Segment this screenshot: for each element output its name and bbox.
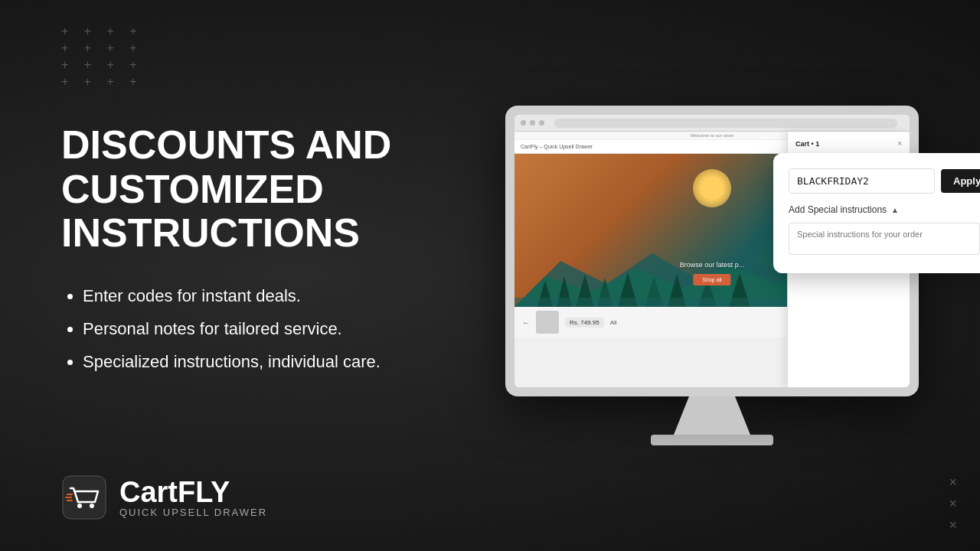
- bullet-item-1: Enter codes for instant deals.: [83, 282, 398, 309]
- apply-button[interactable]: Apply: [941, 169, 980, 193]
- brand-tagline: QUICK UPSELL DRAWER: [119, 507, 267, 518]
- browser-dot-yellow: [530, 120, 535, 126]
- logo-text: CartFLY QUICK UPSELL DRAWER: [119, 478, 267, 518]
- browser-url-bar: [554, 119, 897, 128]
- cart-title: Cart • 1: [795, 140, 819, 148]
- shop-all-button[interactable]: Shop all: [693, 274, 730, 285]
- cart-header: Cart • 1 ×: [795, 139, 902, 148]
- browser-dot-green: [539, 120, 544, 126]
- product-thumbnail: [536, 311, 559, 334]
- cart-close-button[interactable]: ×: [897, 139, 902, 148]
- hero-sun: [693, 169, 731, 207]
- svg-point-1: [77, 504, 82, 508]
- monitor-stand: [674, 396, 750, 435]
- chevron-up-icon: ▲: [891, 206, 899, 214]
- bullet-item-3: Specialized instructions, individual car…: [83, 348, 398, 375]
- svg-point-2: [90, 504, 94, 508]
- logo-area: CartFLY QUICK UPSELL DRAWER: [61, 474, 267, 520]
- all-label: All: [610, 319, 617, 326]
- coupon-code-input[interactable]: [789, 168, 935, 194]
- browser-dot-red: [521, 120, 526, 126]
- monitor-base: [651, 435, 773, 445]
- bullet-item-2: Personal notes for tailored service.: [83, 315, 398, 342]
- page-title: DISCOUNTS AND CUSTOMIZED INSTRUCTIONS: [61, 123, 398, 255]
- left-panel: DISCOUNTS AND CUSTOMIZED INSTRUCTIONS En…: [0, 0, 444, 551]
- coupon-card: Apply Add Special instructions ▲: [773, 153, 980, 273]
- browser-bar: [514, 115, 910, 132]
- product-price: Rs. 749.95: [565, 318, 604, 328]
- cart-icon: [61, 474, 107, 520]
- nav-brand: CartFly – Quick Upsell Drawer: [521, 144, 593, 149]
- right-panel: Welcome to our store CartFly – Quick Ups…: [444, 0, 980, 551]
- feature-list: Enter codes for instant deals. Personal …: [61, 282, 398, 382]
- add-instructions-toggle[interactable]: Add Special instructions ▲: [789, 204, 980, 215]
- brand-name: CartFLY: [119, 478, 267, 507]
- coupon-input-row: Apply: [789, 168, 980, 194]
- prev-arrow[interactable]: ←: [522, 318, 530, 327]
- browse-text: Browse our latest p...: [680, 261, 745, 269]
- instructions-textarea[interactable]: [789, 223, 980, 255]
- instructions-label: Add Special instructions: [789, 204, 887, 215]
